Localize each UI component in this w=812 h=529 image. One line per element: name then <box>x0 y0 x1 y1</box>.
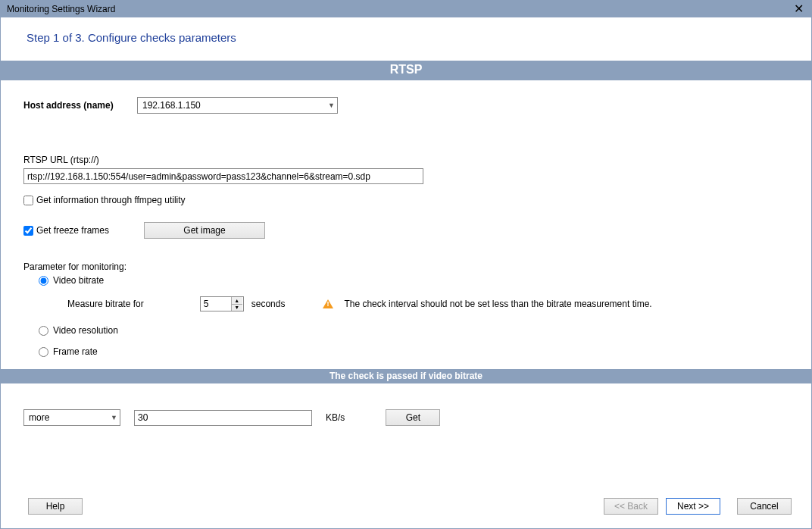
bitrate-threshold-input[interactable] <box>134 410 312 426</box>
chevron-down-icon: ▼ <box>111 414 117 421</box>
operator-combo[interactable]: more ▼ <box>23 409 120 426</box>
get-bitrate-button[interactable]: Get <box>386 409 440 426</box>
host-address-value: 192.168.1.150 <box>142 100 201 111</box>
warning-text: The check interval should not be set les… <box>344 299 651 309</box>
monitoring-group-label: Parameter for monitoring: <box>23 261 789 272</box>
wizard-window: Monitoring Settings Wizard ✕ Step 1 of 3… <box>0 0 812 529</box>
pass-condition-band: The check is passed if video bitrate <box>1 369 811 383</box>
warning-icon <box>323 299 333 308</box>
rtsp-config-panel: Host address (name) 192.168.1.150 ▼ RTSP… <box>1 80 811 369</box>
ffmpeg-checkbox[interactable] <box>23 196 33 205</box>
measure-seconds-input[interactable] <box>201 297 231 311</box>
operator-value: more <box>29 412 49 423</box>
measure-bitrate-label: Measure bitrate for <box>67 299 144 309</box>
measure-unit-label: seconds <box>251 299 286 309</box>
get-image-button[interactable]: Get image <box>144 222 265 239</box>
back-button[interactable]: << Back <box>604 498 658 515</box>
measure-seconds-spinner[interactable]: ▲ ▼ <box>200 296 244 311</box>
video-bitrate-radio-label[interactable]: Video bitrate <box>53 275 104 286</box>
frame-rate-radio-label[interactable]: Frame rate <box>53 346 98 357</box>
spinner-down-icon[interactable]: ▼ <box>232 305 242 311</box>
freeze-frames-label[interactable]: Get freeze frames <box>36 225 109 236</box>
video-bitrate-radio[interactable] <box>39 276 48 286</box>
help-button[interactable]: Help <box>28 498 83 515</box>
bitrate-unit-label: KB/s <box>326 412 345 423</box>
pass-condition-panel: more ▼ KB/s Get <box>1 383 811 434</box>
next-button[interactable]: Next >> <box>666 498 720 515</box>
rtsp-url-label: RTSP URL (rtsp://) <box>23 155 789 165</box>
video-resolution-radio[interactable] <box>39 326 48 336</box>
titlebar: Monitoring Settings Wizard ✕ <box>1 1 811 17</box>
section-title-rtsp: RTSP <box>1 61 811 80</box>
ffmpeg-checkbox-label[interactable]: Get information through ffmpeg utility <box>36 195 186 205</box>
video-resolution-radio-label[interactable]: Video resolution <box>53 325 118 336</box>
window-title: Monitoring Settings Wizard <box>7 4 115 14</box>
wizard-footer: Help << Back Next >> Cancel <box>1 490 811 528</box>
step-heading: Step 1 of 3. Configure checks parameters <box>1 17 811 61</box>
rtsp-url-input[interactable] <box>23 168 423 184</box>
cancel-button[interactable]: Cancel <box>737 498 792 515</box>
close-icon[interactable]: ✕ <box>791 3 807 15</box>
host-address-label: Host address (name) <box>23 100 137 111</box>
frame-rate-radio[interactable] <box>39 347 48 357</box>
freeze-frames-checkbox[interactable] <box>23 226 33 236</box>
spinner-up-icon[interactable]: ▲ <box>232 297 242 305</box>
host-address-combo[interactable]: 192.168.1.150 ▼ <box>137 97 338 114</box>
chevron-down-icon: ▼ <box>328 102 335 109</box>
